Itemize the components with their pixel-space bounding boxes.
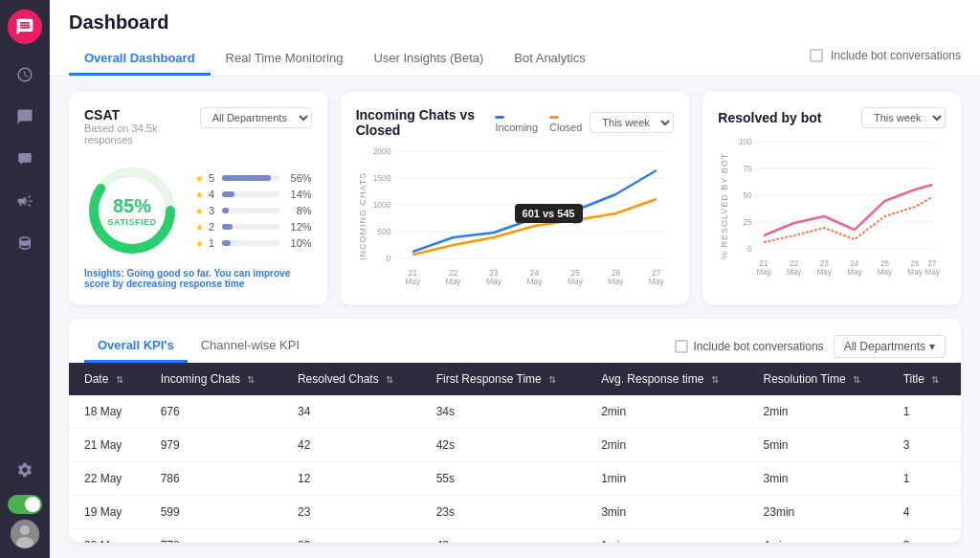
cell-title: 3 bbox=[888, 529, 961, 544]
svg-text:May: May bbox=[908, 267, 924, 277]
cell-incoming: 786 bbox=[145, 462, 282, 496]
pct-4: 14% bbox=[285, 189, 312, 200]
csat-insights: Insights: Going good so far. You can imp… bbox=[84, 268, 312, 289]
svg-text:May: May bbox=[878, 267, 893, 277]
svg-text:500: 500 bbox=[377, 227, 390, 236]
table-row: 18 May 676 34 34s 2min 2min 1 bbox=[69, 395, 961, 429]
tab-user-insights[interactable]: User Insights (Beta) bbox=[358, 43, 499, 76]
table-header: Date ⇅ Incoming Chats ⇅ Resolved Chats ⇅… bbox=[69, 363, 961, 395]
kpi-department-select[interactable]: All Departments ▾ bbox=[834, 335, 946, 358]
chart-header: Incoming Chats vs Closed Incoming Closed… bbox=[356, 107, 675, 138]
bot-chart-header: Resolved by bot This week bbox=[718, 107, 946, 128]
cell-avg-response: 2min bbox=[586, 429, 747, 462]
cell-date: 21 May bbox=[69, 429, 145, 462]
pct-2: 12% bbox=[285, 221, 312, 233]
cell-resolved: 23 bbox=[282, 496, 421, 529]
incoming-y-axis-label: INCOMING CHATS bbox=[356, 142, 368, 290]
cell-avg-response: 2min bbox=[586, 395, 747, 429]
svg-text:50: 50 bbox=[744, 190, 752, 200]
table-row: 23 May 778 32 43s 1min 4min 3 bbox=[69, 529, 961, 544]
svg-point-1 bbox=[20, 525, 30, 535]
svg-text:May: May bbox=[925, 267, 941, 277]
svg-text:0: 0 bbox=[386, 254, 390, 263]
toggle-switch[interactable] bbox=[8, 495, 42, 514]
col-avg-response[interactable]: Avg. Response time ⇅ bbox=[586, 363, 747, 395]
svg-point-2 bbox=[16, 537, 33, 548]
include-bot-kpi-checkbox[interactable] bbox=[675, 340, 688, 353]
sidebar-item-database[interactable] bbox=[6, 224, 44, 262]
cell-resolved: 42 bbox=[282, 429, 421, 462]
csat-percentage: 85% bbox=[108, 195, 157, 217]
include-bot-kpi-label: Include bot conversations bbox=[694, 340, 824, 353]
cell-resolution: 2min bbox=[748, 395, 888, 429]
logo[interactable] bbox=[8, 10, 42, 44]
csat-department-select[interactable]: All Departments bbox=[200, 107, 312, 128]
kpi-table: Date ⇅ Incoming Chats ⇅ Resolved Chats ⇅… bbox=[69, 363, 961, 543]
pct-5: 56% bbox=[285, 172, 312, 184]
csat-subtitle: Based on 34.5k responses bbox=[84, 123, 200, 145]
nav-tabs: Overall Dashboard Real Time Monitoring U… bbox=[69, 43, 601, 76]
include-bot-checkbox[interactable] bbox=[810, 49, 823, 62]
svg-text:1000: 1000 bbox=[372, 200, 390, 210]
bot-chart-title: Resolved by bot bbox=[718, 110, 821, 125]
col-title[interactable]: Title ⇅ bbox=[888, 363, 961, 395]
cell-date: 22 May bbox=[69, 462, 145, 496]
tab-realtime[interactable]: Real Time Monitoring bbox=[211, 43, 359, 76]
col-first-response[interactable]: First Response Time ⇅ bbox=[421, 363, 586, 395]
cards-row: CSAT Based on 34.5k responses All Depart… bbox=[69, 92, 961, 305]
chevron-down-icon: ▾ bbox=[929, 340, 935, 353]
sidebar-item-clock[interactable] bbox=[6, 56, 44, 94]
kpi-tab-overall[interactable]: Overall KPI's bbox=[84, 330, 188, 363]
include-bot-label: Include bot conversations bbox=[831, 49, 961, 62]
sidebar-item-speech[interactable] bbox=[6, 140, 44, 178]
incoming-legend: Incoming bbox=[495, 110, 538, 133]
incoming-chats-card: Incoming Chats vs Closed Incoming Closed… bbox=[341, 92, 690, 305]
incoming-week-select[interactable]: This week bbox=[590, 112, 674, 133]
bot-week-select[interactable]: This week bbox=[861, 107, 946, 128]
cell-title: 3 bbox=[888, 429, 961, 462]
kpi-actions: Include bot conversations All Department… bbox=[675, 335, 946, 358]
user-avatar[interactable] bbox=[11, 520, 39, 548]
cell-first-response: 23s bbox=[421, 496, 586, 529]
kpi-header: Overall KPI's Channel-wise KPI Include b… bbox=[69, 319, 961, 363]
kpi-section: Overall KPI's Channel-wise KPI Include b… bbox=[69, 319, 961, 543]
svg-text:May: May bbox=[757, 267, 772, 277]
kpi-tab-channel[interactable]: Channel-wise KPI bbox=[188, 330, 313, 363]
kpi-dept-label: All Departments bbox=[844, 340, 925, 353]
cell-resolution: 3min bbox=[748, 462, 888, 496]
rating-row-3: ★3 8% bbox=[195, 205, 312, 216]
svg-text:2000: 2000 bbox=[372, 146, 390, 156]
col-resolved[interactable]: Resolved Chats ⇅ bbox=[282, 363, 421, 395]
kpi-table-wrap: Date ⇅ Incoming Chats ⇅ Resolved Chats ⇅… bbox=[69, 363, 961, 543]
svg-text:May: May bbox=[526, 277, 543, 286]
cell-date: 18 May bbox=[69, 395, 145, 429]
cell-title: 1 bbox=[888, 462, 961, 496]
tab-bot-analytics[interactable]: Bot Analytics bbox=[499, 43, 600, 76]
csat-label: SATISFIED bbox=[108, 217, 157, 227]
table-row: 22 May 786 12 55s 1min 3min 1 bbox=[69, 462, 961, 496]
sidebar-item-chat[interactable] bbox=[6, 98, 44, 136]
col-incoming[interactable]: Incoming Chats ⇅ bbox=[145, 363, 282, 395]
cell-title: 1 bbox=[888, 395, 961, 429]
cell-resolved: 32 bbox=[282, 529, 421, 544]
svg-text:100: 100 bbox=[739, 137, 752, 146]
top-header: Dashboard Overall Dashboard Real Time Mo… bbox=[50, 0, 980, 77]
rating-row-5: ★5 56% bbox=[195, 172, 312, 184]
cell-avg-response: 3min bbox=[586, 496, 747, 529]
rating-row-2: ★2 12% bbox=[195, 221, 312, 233]
table-row: 21 May 979 42 42s 2min 5min 3 bbox=[69, 429, 961, 462]
cell-first-response: 55s bbox=[421, 462, 586, 496]
svg-text:May: May bbox=[486, 277, 502, 286]
col-date[interactable]: Date ⇅ bbox=[69, 363, 145, 395]
cell-resolved: 12 bbox=[282, 462, 421, 496]
tab-overall-dashboard[interactable]: Overall Dashboard bbox=[69, 43, 211, 76]
content-area: CSAT Based on 34.5k responses All Depart… bbox=[50, 77, 980, 558]
bot-y-axis-label: % RESOLVED BY BOT bbox=[718, 132, 729, 280]
col-resolution[interactable]: Resolution Time ⇅ bbox=[748, 363, 888, 395]
cell-date: 19 May bbox=[69, 496, 145, 529]
svg-text:May: May bbox=[848, 267, 863, 277]
sidebar-item-settings[interactable] bbox=[6, 451, 44, 489]
cell-incoming: 979 bbox=[145, 429, 282, 462]
cell-first-response: 42s bbox=[421, 429, 586, 462]
sidebar-item-megaphone[interactable] bbox=[6, 182, 44, 220]
